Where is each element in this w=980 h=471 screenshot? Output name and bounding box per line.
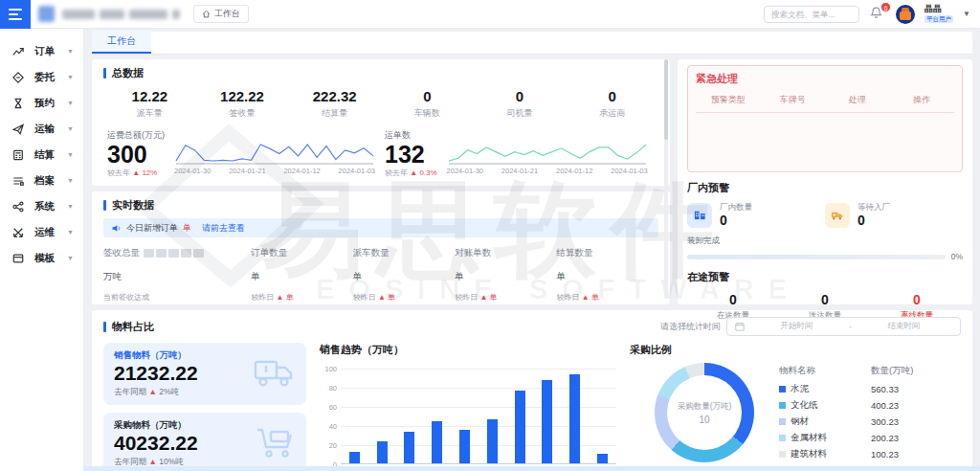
overview-panel: 总数据 12.22派车量 122.22签收量 222.32结算量 0车辆数 0司… xyxy=(92,59,670,186)
search-input[interactable] xyxy=(764,6,859,23)
rt-col-reconciliation: 对账单数 单 较昨日 ▲ 单 xyxy=(455,247,556,303)
sidebar-item-system[interactable]: 系统▼ xyxy=(0,193,83,219)
legend-row: 水泥560.33 xyxy=(779,383,913,395)
user-menu[interactable]: 晶晶 平台用户 xyxy=(924,5,953,22)
sidebar-item-operations[interactable]: 运维▼ xyxy=(0,219,83,245)
legend-row: 钢材300.23 xyxy=(779,415,913,428)
sidebar-item-transport[interactable]: 运输▼ xyxy=(0,116,83,142)
bar xyxy=(349,452,360,463)
sales-trend-chart: 销售趋势（万吨） 100806040200 12345678910 xyxy=(320,343,616,471)
unloading-progress-value: 0% xyxy=(951,252,963,261)
hamburger-menu-button[interactable] xyxy=(0,0,31,29)
chevron-down-icon: ▼ xyxy=(67,151,74,158)
chart-title: 采购比例 xyxy=(630,343,961,357)
legend-swatch xyxy=(779,402,786,409)
stat-drivers: 0司机量 xyxy=(474,88,567,120)
realtime-panel: 实时数据 今日新增订单 单 请前去查看 签收总量 万吨 当前签收达成 订单数量 xyxy=(92,191,670,304)
notification-bell-button[interactable]: 6 xyxy=(869,6,886,23)
urgent-table-headers: 预警类型车牌号处理操作 xyxy=(696,94,954,113)
tab-strip: 工作台 xyxy=(92,32,972,55)
rt-col-settlement: 结算数量 单 较昨日 ▲ 单 xyxy=(557,247,658,303)
freight-trend: 运费总额(万元) 300 较去年 ▲ 12% 2024-01-302024-01… xyxy=(103,129,381,178)
bar-plot-area xyxy=(341,369,616,464)
donut-center-value: 10 xyxy=(699,415,709,425)
notification-badge: 6 xyxy=(880,2,891,12)
paper-plane-icon xyxy=(12,123,24,135)
legend-row: 建筑材料100.23 xyxy=(779,448,913,460)
sidebar-item-delegation[interactable]: 委托▼ xyxy=(0,64,83,90)
nodes-icon xyxy=(12,201,24,213)
y-axis-labels: 100806040200 xyxy=(320,369,341,464)
rt-col-signed-total: 签收总量 万吨 当前签收达成 xyxy=(103,247,251,303)
tab-workbench[interactable]: 工作台 xyxy=(92,31,151,54)
unloading-progress-label: 装卸完成 xyxy=(687,236,963,247)
panel-title: 总数据 xyxy=(112,66,144,80)
y-tick-label: 100 xyxy=(324,365,337,373)
donut-legend: 物料名称 数量(万吨) 水泥560.33文化纸400.23钢材300.23金属材… xyxy=(779,365,913,460)
end-date-placeholder[interactable]: 结束时间 xyxy=(856,321,952,332)
tag-icon xyxy=(12,72,24,83)
date-range-picker[interactable]: 开始时间 - 结束时间 xyxy=(726,317,961,336)
bar-column xyxy=(423,369,451,463)
materials-panel: 物料占比 请选择统计时间 开始时间 - 结束时间 销售物料（万吨） 21232.… xyxy=(92,310,972,471)
building-icon xyxy=(693,208,707,222)
go-view-link[interactable]: 请前去查看 xyxy=(202,222,245,235)
panel-title: 实时数据 xyxy=(112,198,154,213)
overview-stats: 12.22派车量 122.22签收量 222.32结算量 0车辆数 0司机量 0… xyxy=(103,88,658,120)
legend-row: 文化纸400.23 xyxy=(779,399,913,412)
bar-column xyxy=(451,369,479,463)
cart-icon xyxy=(255,426,295,460)
truck-entry-icon xyxy=(830,208,845,222)
legend-swatch xyxy=(779,451,786,458)
bar-column xyxy=(534,369,562,463)
freight-sparkline: 2024-01-302024-01-212024-01-122024-01-03 xyxy=(174,141,375,175)
chevron-down-icon: ▼ xyxy=(67,203,74,210)
stat-carriers: 0承运商 xyxy=(566,88,658,120)
date-separator: - xyxy=(849,322,852,331)
home-icon xyxy=(202,10,211,18)
bar xyxy=(404,432,414,463)
bar xyxy=(377,441,388,463)
bar xyxy=(515,391,525,463)
stat-settled: 222.32结算量 xyxy=(288,88,381,120)
bar-column xyxy=(479,369,506,463)
chevron-down-icon: ▼ xyxy=(67,100,74,106)
unloading-progress-bar xyxy=(687,255,946,259)
rt-col-orders: 订单数量 单 较昨日 ▲ 单 xyxy=(251,247,352,303)
sidebar-item-archive[interactable]: 档案▼ xyxy=(0,168,83,193)
waybill-trend: 运单数 132 较去年 ▲ 0.3% 2024-01-302024-01-212… xyxy=(381,129,658,178)
bar xyxy=(569,374,580,463)
sidebar-item-template[interactable]: 模板▼ xyxy=(0,245,83,271)
bar-column xyxy=(341,369,368,463)
sales-material-card: 销售物料（万吨） 21232.22 去年同期 ▲ 2%吨 xyxy=(103,343,306,405)
sidebar-item-settlement[interactable]: 结算▼ xyxy=(0,142,83,168)
notice-unit: 单 xyxy=(183,222,191,235)
chevron-down-icon: ▼ xyxy=(67,125,74,132)
donut-center-label: 采购数量(万吨) xyxy=(678,401,732,413)
bar xyxy=(487,419,498,463)
waiting-entry-stat: 等待入厂0 xyxy=(825,202,963,228)
user-role-tag: 平台用户 xyxy=(924,15,953,22)
chevron-down-icon[interactable]: ▼ xyxy=(963,10,970,18)
breadcrumb-label: 工作台 xyxy=(214,8,240,20)
stat-signed: 122.22签收量 xyxy=(196,88,289,120)
legend-row: 金属材料200.23 xyxy=(779,432,913,444)
start-date-placeholder[interactable]: 开始时间 xyxy=(748,321,845,332)
filter-label: 请选择统计时间 xyxy=(660,321,721,333)
stat-vehicles: 0车辆数 xyxy=(381,88,474,120)
legend-swatch xyxy=(779,435,786,441)
y-tick-label: 20 xyxy=(329,441,337,450)
top-bar: 工作台 6 晶晶 平台用户 ▼ xyxy=(0,0,980,29)
truck-icon xyxy=(253,356,295,389)
breadcrumb[interactable]: 工作台 xyxy=(193,5,249,23)
hourglass-icon xyxy=(12,98,24,109)
scrollbar-thumb[interactable] xyxy=(664,59,668,140)
legend-swatch xyxy=(779,418,786,425)
archive-list-icon xyxy=(12,175,24,187)
avatar[interactable] xyxy=(896,5,915,24)
calendar-icon xyxy=(735,322,745,331)
main-content: 工作台 总数据 12.22派车量 122.22签收量 222.32结算量 0车辆… xyxy=(84,29,980,471)
sidebar-item-reservation[interactable]: 预约▼ xyxy=(0,90,83,116)
sidebar-item-orders[interactable]: 订单▼ xyxy=(0,38,83,64)
donut-chart: 采购数量(万吨) 10 xyxy=(655,363,754,462)
